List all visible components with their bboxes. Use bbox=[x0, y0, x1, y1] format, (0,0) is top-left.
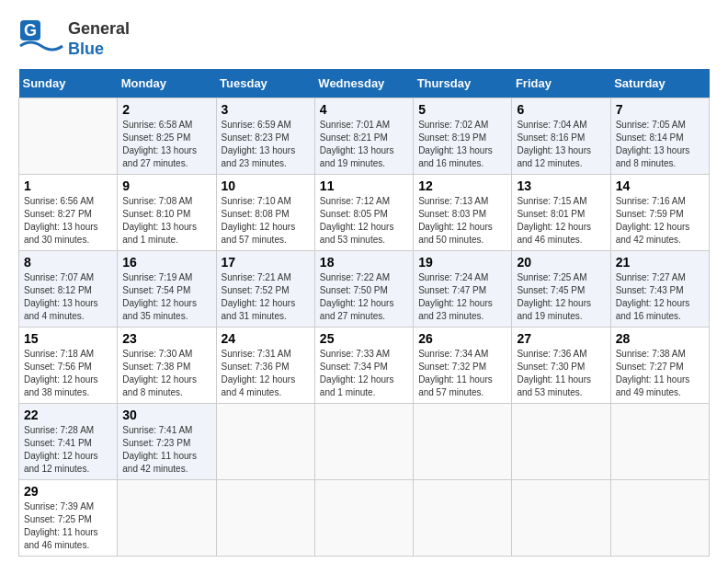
day-number: 18 bbox=[320, 255, 408, 270]
svg-text:G: G bbox=[24, 21, 37, 40]
calendar-cell bbox=[19, 98, 118, 175]
calendar-cell bbox=[314, 480, 413, 557]
day-detail: Sunrise: 7:07 AM Sunset: 8:12 PM Dayligh… bbox=[24, 271, 112, 323]
header-day-wednesday: Wednesday bbox=[314, 69, 413, 98]
day-number: 4 bbox=[320, 102, 408, 117]
calendar-cell: 4Sunrise: 7:01 AM Sunset: 8:21 PM Daylig… bbox=[314, 98, 413, 175]
calendar-cell: 19Sunrise: 7:24 AM Sunset: 7:47 PM Dayli… bbox=[414, 251, 512, 327]
calendar-cell: 7Sunrise: 7:05 AM Sunset: 8:14 PM Daylig… bbox=[610, 98, 709, 175]
calendar-cell bbox=[512, 480, 610, 557]
header-day-saturday: Saturday bbox=[610, 69, 709, 98]
day-number: 17 bbox=[222, 255, 310, 270]
day-number: 22 bbox=[24, 408, 112, 422]
calendar-cell: 26Sunrise: 7:34 AM Sunset: 7:32 PM Dayli… bbox=[414, 327, 512, 404]
day-detail: Sunrise: 7:34 AM Sunset: 7:32 PM Dayligh… bbox=[418, 348, 506, 399]
calendar-cell: 24Sunrise: 7:31 AM Sunset: 7:36 PM Dayli… bbox=[216, 327, 314, 404]
day-detail: Sunrise: 7:12 AM Sunset: 8:05 PM Dayligh… bbox=[320, 195, 408, 247]
day-detail: Sunrise: 7:30 AM Sunset: 7:38 PM Dayligh… bbox=[122, 348, 210, 399]
day-detail: Sunrise: 7:39 AM Sunset: 7:25 PM Dayligh… bbox=[24, 500, 112, 552]
calendar-cell bbox=[414, 404, 512, 480]
header-day-monday: Monday bbox=[118, 69, 216, 98]
logo-blue: Blue bbox=[68, 40, 130, 60]
day-number: 14 bbox=[616, 178, 704, 193]
day-detail: Sunrise: 7:22 AM Sunset: 7:50 PM Dayligh… bbox=[320, 271, 408, 323]
day-number: 11 bbox=[320, 178, 408, 193]
day-number: 23 bbox=[122, 331, 210, 346]
day-detail: Sunrise: 7:41 AM Sunset: 7:23 PM Dayligh… bbox=[122, 424, 210, 476]
calendar-cell: 20Sunrise: 7:25 AM Sunset: 7:45 PM Dayli… bbox=[512, 251, 610, 327]
calendar-cell bbox=[216, 404, 314, 480]
day-detail: Sunrise: 7:28 AM Sunset: 7:41 PM Dayligh… bbox=[24, 424, 112, 476]
calendar-cell: 10Sunrise: 7:10 AM Sunset: 8:08 PM Dayli… bbox=[216, 175, 314, 251]
calendar-cell: 29Sunrise: 7:39 AM Sunset: 7:25 PM Dayli… bbox=[19, 480, 118, 557]
calendar-cell: 12Sunrise: 7:13 AM Sunset: 8:03 PM Dayli… bbox=[414, 175, 512, 251]
day-number: 24 bbox=[222, 331, 310, 346]
calendar-cell: 25Sunrise: 7:33 AM Sunset: 7:34 PM Dayli… bbox=[314, 327, 413, 404]
calendar-week-row: 15Sunrise: 7:18 AM Sunset: 7:56 PM Dayli… bbox=[19, 327, 710, 404]
day-detail: Sunrise: 7:08 AM Sunset: 8:10 PM Dayligh… bbox=[122, 195, 210, 247]
day-detail: Sunrise: 7:27 AM Sunset: 7:43 PM Dayligh… bbox=[616, 271, 704, 323]
calendar-cell bbox=[512, 404, 610, 480]
calendar-cell: 21Sunrise: 7:27 AM Sunset: 7:43 PM Dayli… bbox=[610, 251, 709, 327]
calendar-cell: 28Sunrise: 7:38 AM Sunset: 7:27 PM Dayli… bbox=[610, 327, 709, 404]
header-day-thursday: Thursday bbox=[414, 69, 512, 98]
calendar-cell: 13Sunrise: 7:15 AM Sunset: 8:01 PM Dayli… bbox=[512, 175, 610, 251]
calendar-cell: 14Sunrise: 7:16 AM Sunset: 7:59 PM Dayli… bbox=[610, 175, 709, 251]
calendar-cell: 8Sunrise: 7:07 AM Sunset: 8:12 PM Daylig… bbox=[19, 251, 118, 327]
day-number: 2 bbox=[122, 102, 210, 117]
day-detail: Sunrise: 6:58 AM Sunset: 8:25 PM Dayligh… bbox=[122, 119, 210, 170]
day-number: 3 bbox=[222, 102, 310, 117]
calendar-cell bbox=[610, 480, 709, 557]
header-day-sunday: Sunday bbox=[19, 69, 118, 98]
day-number: 9 bbox=[122, 178, 210, 193]
calendar-cell bbox=[216, 480, 314, 557]
calendar-cell: 22Sunrise: 7:28 AM Sunset: 7:41 PM Dayli… bbox=[19, 404, 118, 480]
day-detail: Sunrise: 7:13 AM Sunset: 8:03 PM Dayligh… bbox=[418, 195, 506, 247]
calendar-cell: 3Sunrise: 6:59 AM Sunset: 8:23 PM Daylig… bbox=[216, 98, 314, 175]
day-number: 13 bbox=[517, 178, 605, 193]
day-detail: Sunrise: 7:15 AM Sunset: 8:01 PM Dayligh… bbox=[517, 195, 605, 247]
day-number: 20 bbox=[517, 255, 605, 270]
calendar-cell: 2Sunrise: 6:58 AM Sunset: 8:25 PM Daylig… bbox=[118, 98, 216, 175]
day-number: 28 bbox=[616, 331, 704, 346]
day-number: 10 bbox=[222, 178, 310, 193]
logo-svg-icon: G bbox=[18, 18, 64, 60]
calendar-cell bbox=[314, 404, 413, 480]
day-number: 12 bbox=[418, 178, 506, 193]
day-number: 26 bbox=[418, 331, 506, 346]
calendar-cell: 16Sunrise: 7:19 AM Sunset: 7:54 PM Dayli… bbox=[118, 251, 216, 327]
day-number: 8 bbox=[24, 255, 112, 270]
calendar-cell bbox=[414, 480, 512, 557]
day-detail: Sunrise: 7:38 AM Sunset: 7:27 PM Dayligh… bbox=[616, 348, 704, 399]
calendar-week-row: 8Sunrise: 7:07 AM Sunset: 8:12 PM Daylig… bbox=[19, 251, 710, 327]
day-number: 16 bbox=[122, 255, 210, 270]
calendar-cell: 6Sunrise: 7:04 AM Sunset: 8:16 PM Daylig… bbox=[512, 98, 610, 175]
calendar-table: SundayMondayTuesdayWednesdayThursdayFrid… bbox=[18, 69, 710, 557]
calendar-cell: 23Sunrise: 7:30 AM Sunset: 7:38 PM Dayli… bbox=[118, 327, 216, 404]
calendar-cell: 9Sunrise: 7:08 AM Sunset: 8:10 PM Daylig… bbox=[118, 175, 216, 251]
calendar-cell: 18Sunrise: 7:22 AM Sunset: 7:50 PM Dayli… bbox=[314, 251, 413, 327]
calendar-cell: 1Sunrise: 6:56 AM Sunset: 8:27 PM Daylig… bbox=[19, 175, 118, 251]
calendar-week-row: 29Sunrise: 7:39 AM Sunset: 7:25 PM Dayli… bbox=[19, 480, 710, 557]
header-day-tuesday: Tuesday bbox=[216, 69, 314, 98]
header-day-friday: Friday bbox=[512, 69, 610, 98]
calendar-week-row: 22Sunrise: 7:28 AM Sunset: 7:41 PM Dayli… bbox=[19, 404, 710, 480]
header: G General Blue bbox=[18, 18, 710, 60]
day-number: 27 bbox=[517, 331, 605, 346]
day-detail: Sunrise: 7:33 AM Sunset: 7:34 PM Dayligh… bbox=[320, 348, 408, 399]
logo: G General Blue bbox=[18, 18, 130, 60]
day-number: 25 bbox=[320, 331, 408, 346]
calendar-week-row: 2Sunrise: 6:58 AM Sunset: 8:25 PM Daylig… bbox=[19, 98, 710, 175]
day-detail: Sunrise: 7:36 AM Sunset: 7:30 PM Dayligh… bbox=[517, 348, 605, 399]
calendar-cell: 17Sunrise: 7:21 AM Sunset: 7:52 PM Dayli… bbox=[216, 251, 314, 327]
logo-general: General bbox=[68, 19, 130, 40]
day-number: 29 bbox=[24, 484, 112, 499]
calendar-cell: 27Sunrise: 7:36 AM Sunset: 7:30 PM Dayli… bbox=[512, 327, 610, 404]
calendar-cell: 15Sunrise: 7:18 AM Sunset: 7:56 PM Dayli… bbox=[19, 327, 118, 404]
day-number: 7 bbox=[616, 102, 704, 117]
day-number: 21 bbox=[616, 255, 704, 270]
day-number: 1 bbox=[24, 178, 112, 193]
day-number: 19 bbox=[418, 255, 506, 270]
day-detail: Sunrise: 7:18 AM Sunset: 7:56 PM Dayligh… bbox=[24, 348, 112, 399]
day-number: 30 bbox=[122, 408, 210, 422]
